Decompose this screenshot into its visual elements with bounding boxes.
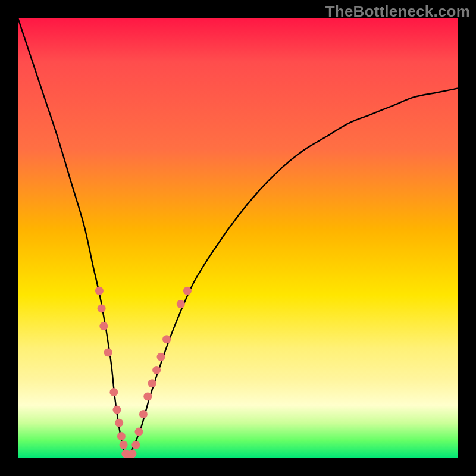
chart-frame: TheBottleneck.com (0, 0, 476, 476)
chart-plot-area (18, 18, 458, 458)
sample-point (148, 379, 156, 387)
sample-point (95, 287, 104, 295)
sample-point (131, 441, 140, 449)
sample-point (135, 428, 143, 436)
sample-point (128, 450, 136, 458)
sample-point (120, 441, 128, 449)
chart-svg (18, 18, 458, 458)
sample-point (109, 388, 118, 396)
sample-point (152, 366, 161, 374)
sample-point (162, 335, 171, 343)
sample-point (113, 406, 121, 414)
sample-points (95, 287, 192, 458)
sample-point (139, 410, 148, 418)
sample-point (183, 287, 192, 295)
sample-point (157, 353, 165, 361)
sample-point (99, 322, 108, 330)
sample-point (98, 304, 106, 312)
sample-point (104, 348, 112, 356)
sample-point (117, 432, 126, 440)
sample-point (143, 392, 152, 400)
sample-point (115, 419, 123, 427)
sample-point (177, 300, 185, 308)
bottleneck-curve (18, 18, 458, 458)
